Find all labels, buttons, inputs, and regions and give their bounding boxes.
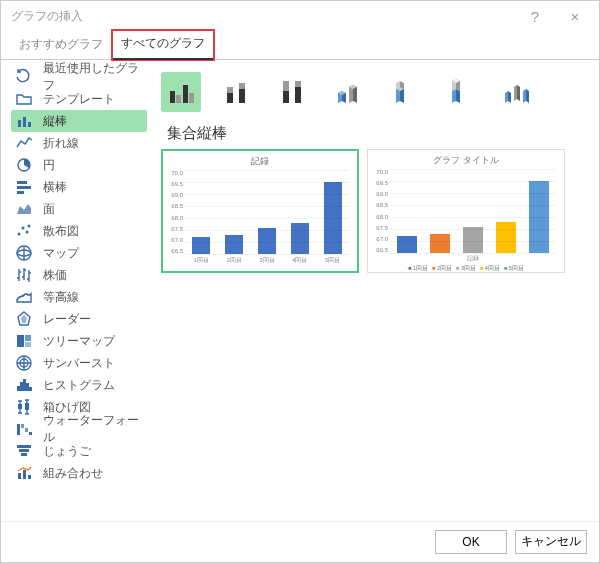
preview-2[interactable]: グラフ タイトル 70.069.569.068.568.067.567.066.… — [367, 149, 565, 273]
sidebar-item-label: レーダー — [43, 311, 91, 328]
sidebar-item-label: 折れ線 — [43, 135, 79, 152]
histogram-icon — [15, 376, 33, 394]
svg-rect-25 — [25, 403, 29, 410]
svg-rect-36 — [170, 91, 175, 103]
tab-recommended[interactable]: おすすめグラフ — [9, 31, 113, 59]
previews: 記録 70.069.569.068.568.067.567.066.5 1回目2… — [161, 149, 589, 273]
box-whisker-icon — [15, 398, 33, 416]
sidebar-item-label: じょうご — [43, 443, 91, 460]
svg-rect-14 — [17, 335, 24, 347]
svg-rect-5 — [17, 186, 31, 189]
titlebar: グラフの挿入 ? × — [1, 1, 599, 31]
svg-rect-26 — [17, 424, 20, 435]
sidebar-item-surface[interactable]: 等高線 — [11, 286, 153, 308]
sidebar-item-line[interactable]: 折れ線 — [11, 132, 153, 154]
svg-rect-35 — [28, 475, 31, 479]
svg-rect-32 — [21, 453, 27, 456]
svg-rect-1 — [23, 117, 26, 127]
svg-rect-40 — [227, 93, 233, 103]
sidebar-item-sunburst[interactable]: サンバースト — [11, 352, 153, 374]
svg-rect-44 — [283, 91, 289, 103]
sidebar-item-scatter[interactable]: 散布図 — [11, 220, 153, 242]
bar-chart-icon — [15, 178, 33, 196]
sidebar-item-label: 株価 — [43, 267, 67, 284]
svg-rect-20 — [20, 382, 23, 391]
radar-chart-icon — [15, 310, 33, 328]
cancel-button[interactable]: キャンセル — [515, 530, 587, 554]
map-icon — [15, 244, 33, 262]
svg-rect-33 — [18, 473, 21, 479]
close-button[interactable]: × — [555, 2, 595, 30]
svg-rect-39 — [189, 93, 194, 103]
help-button[interactable]: ? — [515, 2, 555, 30]
scatter-chart-icon — [15, 222, 33, 240]
subtype-stacked-column[interactable] — [217, 72, 257, 112]
sidebar-item-label: ヒストグラム — [43, 377, 115, 394]
chart-type-sidebar: 最近使用したグラフ テンプレート 縦棒 折れ線 円 横棒 面 散布図 — [1, 60, 153, 521]
line-chart-icon — [15, 134, 33, 152]
subtype-clustered-column[interactable] — [161, 72, 201, 112]
sidebar-item-label: 横棒 — [43, 179, 67, 196]
sidebar-item-radar[interactable]: レーダー — [11, 308, 153, 330]
svg-rect-24 — [18, 404, 22, 409]
preview-1-plot: 1回目2回目3回目4回目5回目 — [185, 170, 353, 264]
sidebar-item-treemap[interactable]: ツリーマップ — [11, 330, 153, 352]
preview-2-yaxis: 70.069.569.068.568.067.567.066.5 — [372, 169, 390, 263]
subtype-3d-stacked-column[interactable] — [385, 72, 425, 112]
sidebar-item-recent[interactable]: 最近使用したグラフ — [11, 66, 153, 88]
sidebar-item-column[interactable]: 縦棒 — [11, 110, 147, 132]
svg-rect-46 — [295, 87, 301, 103]
svg-rect-38 — [183, 85, 188, 103]
stock-chart-icon — [15, 266, 33, 284]
ok-button[interactable]: OK — [435, 530, 507, 554]
column-chart-icon — [15, 112, 33, 130]
svg-rect-22 — [26, 383, 29, 391]
svg-rect-43 — [239, 83, 245, 89]
preview-1[interactable]: 記録 70.069.569.068.568.067.567.066.5 1回目2… — [161, 149, 359, 273]
sidebar-item-area[interactable]: 面 — [11, 198, 153, 220]
svg-rect-34 — [23, 470, 26, 479]
svg-rect-41 — [227, 87, 233, 93]
svg-marker-13 — [21, 315, 27, 323]
sidebar-item-stock[interactable]: 株価 — [11, 264, 153, 286]
window-title: グラフの挿入 — [11, 8, 515, 25]
sidebar-item-label: 円 — [43, 157, 55, 174]
sidebar-item-label: 最近使用したグラフ — [43, 60, 149, 94]
sidebar-item-map[interactable]: マップ — [11, 242, 153, 264]
sidebar-item-label: サンバースト — [43, 355, 115, 372]
sidebar-item-label: ウォーターフォール — [43, 412, 149, 446]
svg-rect-23 — [29, 387, 32, 391]
svg-rect-37 — [176, 95, 181, 103]
subtype-title: 集合縦棒 — [167, 124, 589, 143]
sidebar-item-label: 面 — [43, 201, 55, 218]
sidebar-item-pie[interactable]: 円 — [11, 154, 153, 176]
svg-rect-47 — [295, 81, 301, 87]
waterfall-icon — [15, 420, 33, 438]
svg-rect-28 — [25, 428, 28, 432]
treemap-icon — [15, 332, 33, 350]
sidebar-item-label: テンプレート — [43, 91, 115, 108]
tab-all-charts[interactable]: すべてのグラフ — [111, 29, 215, 61]
area-chart-icon — [15, 200, 33, 218]
subtype-3d-clustered-column[interactable] — [329, 72, 369, 112]
sidebar-item-combo[interactable]: 組み合わせ — [11, 462, 153, 484]
subtype-3d-100stacked-column[interactable] — [441, 72, 481, 112]
folder-icon — [15, 90, 33, 108]
sidebar-item-label: 組み合わせ — [43, 465, 103, 482]
sidebar-item-label: 等高線 — [43, 289, 79, 306]
recent-icon — [15, 68, 33, 86]
subtype-3d-column[interactable] — [497, 72, 537, 112]
svg-rect-29 — [29, 432, 32, 435]
svg-rect-27 — [21, 424, 24, 428]
sidebar-item-waterfall[interactable]: ウォーターフォール — [11, 418, 153, 440]
pie-chart-icon — [15, 156, 33, 174]
subtype-100stacked-column[interactable] — [273, 72, 313, 112]
tab-bar: おすすめグラフ すべてのグラフ — [1, 31, 599, 60]
sidebar-item-histogram[interactable]: ヒストグラム — [11, 374, 153, 396]
svg-rect-4 — [17, 181, 27, 184]
main-panel: 集合縦棒 記録 70.069.569.068.568.067.567.066.5… — [153, 60, 599, 521]
subtype-row — [161, 68, 589, 116]
svg-rect-21 — [23, 379, 26, 391]
surface-chart-icon — [15, 288, 33, 306]
sidebar-item-bar[interactable]: 横棒 — [11, 176, 153, 198]
